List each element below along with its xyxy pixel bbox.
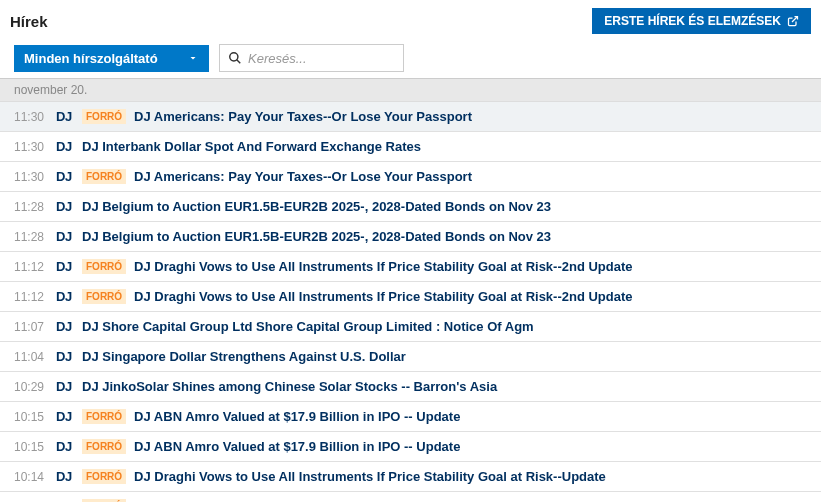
news-row[interactable]: 11:12DJFORRÓDJ Draghi Vows to Use All In… <box>0 252 821 282</box>
hot-badge: FORRÓ <box>82 289 126 304</box>
dj-source-icon: DJ <box>56 199 74 214</box>
erste-news-button[interactable]: ERSTE HÍREK ÉS ELEMZÉSEK <box>592 8 811 34</box>
dj-source-icon: DJ <box>56 439 74 454</box>
news-row[interactable]: 11:07DJDJ Shore Capital Group Ltd Shore … <box>0 312 821 342</box>
external-link-icon <box>787 15 799 27</box>
hot-badge: FORRÓ <box>82 169 126 184</box>
news-headline: DJ ABN Amro Valued at $17.9 Billion in I… <box>134 439 460 454</box>
news-row[interactable]: 10:14DJFORRÓDJ Draghi Vows to Use All In… <box>0 462 821 492</box>
dj-source-icon: DJ <box>56 349 74 364</box>
dj-source-icon: DJ <box>56 109 74 124</box>
dj-source-icon: DJ <box>56 409 74 424</box>
news-row[interactable]: 10:14DJFORRÓDJ Draghi Vows to Use All In… <box>0 492 821 502</box>
dj-source-icon: DJ <box>56 319 74 334</box>
news-time: 10:14 <box>14 470 48 484</box>
news-headline: DJ Draghi Vows to Use All Instruments If… <box>134 469 606 484</box>
chevron-down-icon <box>187 52 199 64</box>
dropdown-label: Minden hírszolgáltató <box>24 51 158 66</box>
news-row[interactable]: 11:30DJDJ Interbank Dollar Spot And Forw… <box>0 132 821 162</box>
news-headline: DJ Draghi Vows to Use All Instruments If… <box>134 259 632 274</box>
svg-line-0 <box>792 17 798 23</box>
date-header: november 20. <box>0 79 821 102</box>
erste-news-label: ERSTE HÍREK ÉS ELEMZÉSEK <box>604 14 781 28</box>
news-headline: DJ ABN Amro Valued at $17.9 Billion in I… <box>134 409 460 424</box>
hot-badge: FORRÓ <box>82 439 126 454</box>
hot-badge: FORRÓ <box>82 109 126 124</box>
page-title: Hírek <box>10 13 48 30</box>
news-row[interactable]: 10:15DJFORRÓDJ ABN Amro Valued at $17.9 … <box>0 432 821 462</box>
news-row[interactable]: 10:29DJDJ JinkoSolar Shines among Chines… <box>0 372 821 402</box>
dj-source-icon: DJ <box>56 469 74 484</box>
svg-line-2 <box>237 60 241 64</box>
dj-source-icon: DJ <box>56 169 74 184</box>
dj-source-icon: DJ <box>56 229 74 244</box>
news-time: 11:28 <box>14 200 48 214</box>
news-list-container[interactable]: november 20. 11:30DJFORRÓDJ Americans: P… <box>0 78 821 502</box>
dj-source-icon: DJ <box>56 379 74 394</box>
news-time: 11:12 <box>14 260 48 274</box>
news-row[interactable]: 11:04DJDJ Singapore Dollar Strengthens A… <box>0 342 821 372</box>
search-input[interactable] <box>242 47 395 70</box>
news-row[interactable]: 11:30DJFORRÓDJ Americans: Pay Your Taxes… <box>0 162 821 192</box>
news-time: 11:28 <box>14 230 48 244</box>
news-headline: DJ Singapore Dollar Strengthens Against … <box>82 349 406 364</box>
news-time: 11:07 <box>14 320 48 334</box>
dj-source-icon: DJ <box>56 259 74 274</box>
news-time: 11:12 <box>14 290 48 304</box>
news-time: 10:29 <box>14 380 48 394</box>
news-time: 11:04 <box>14 350 48 364</box>
news-headline: DJ Belgium to Auction EUR1.5B-EUR2B 2025… <box>82 199 551 214</box>
news-headline: DJ Americans: Pay Your Taxes--Or Lose Yo… <box>134 109 472 124</box>
hot-badge: FORRÓ <box>82 469 126 484</box>
news-headline: DJ Interbank Dollar Spot And Forward Exc… <box>82 139 421 154</box>
news-headline: DJ Belgium to Auction EUR1.5B-EUR2B 2025… <box>82 229 551 244</box>
news-row[interactable]: 10:15DJFORRÓDJ ABN Amro Valued at $17.9 … <box>0 402 821 432</box>
news-time: 11:30 <box>14 110 48 124</box>
news-row[interactable]: 11:28DJDJ Belgium to Auction EUR1.5B-EUR… <box>0 192 821 222</box>
dj-source-icon: DJ <box>56 289 74 304</box>
search-icon <box>228 51 242 65</box>
news-provider-dropdown[interactable]: Minden hírszolgáltató <box>14 45 209 72</box>
hot-badge: FORRÓ <box>82 409 126 424</box>
search-box[interactable] <box>219 44 404 72</box>
news-row[interactable]: 11:28DJDJ Belgium to Auction EUR1.5B-EUR… <box>0 222 821 252</box>
svg-point-1 <box>230 53 238 61</box>
news-row[interactable]: 11:12DJFORRÓDJ Draghi Vows to Use All In… <box>0 282 821 312</box>
hot-badge: FORRÓ <box>82 259 126 274</box>
news-time: 10:15 <box>14 440 48 454</box>
news-headline: DJ Shore Capital Group Ltd Shore Capital… <box>82 319 534 334</box>
news-headline: DJ JinkoSolar Shines among Chinese Solar… <box>82 379 497 394</box>
news-time: 11:30 <box>14 170 48 184</box>
news-row[interactable]: 11:30DJFORRÓDJ Americans: Pay Your Taxes… <box>0 102 821 132</box>
news-headline: DJ Americans: Pay Your Taxes--Or Lose Yo… <box>134 169 472 184</box>
news-time: 10:15 <box>14 410 48 424</box>
dj-source-icon: DJ <box>56 139 74 154</box>
news-headline: DJ Draghi Vows to Use All Instruments If… <box>134 289 632 304</box>
news-time: 11:30 <box>14 140 48 154</box>
